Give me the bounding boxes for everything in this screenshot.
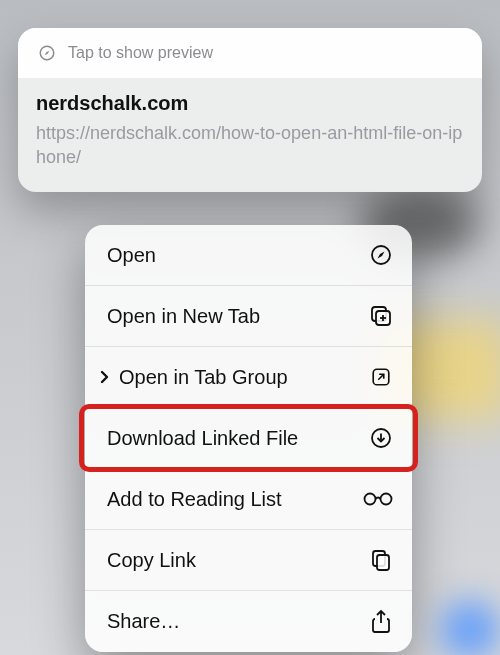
menu-item-label: Download Linked File	[107, 427, 298, 450]
svg-point-13	[381, 494, 392, 505]
compass-icon	[34, 40, 60, 66]
link-preview-card[interactable]: Tap to show preview nerdschalk.com https…	[18, 28, 482, 192]
preview-body: nerdschalk.com https://nerdschalk.com/ho…	[18, 78, 482, 192]
menu-item-label: Share…	[107, 610, 180, 633]
menu-item-download-linked-file[interactable]: Download Linked File	[85, 408, 412, 469]
menu-item-label: Open in Tab Group	[119, 366, 288, 389]
menu-item-open-tab-group[interactable]: Open in Tab Group	[85, 347, 412, 408]
menu-item-label: Copy Link	[107, 549, 196, 572]
menu-item-open-new-tab[interactable]: Open in New Tab	[85, 286, 412, 347]
menu-item-label: Open	[107, 244, 156, 267]
copy-icon	[368, 547, 394, 573]
svg-line-9	[378, 374, 384, 380]
context-menu: Open Open in New Tab Open in Tab	[85, 225, 412, 652]
share-icon	[368, 609, 394, 635]
menu-item-add-reading-list[interactable]: Add to Reading List	[85, 469, 412, 530]
svg-marker-3	[378, 252, 385, 259]
menu-item-open[interactable]: Open	[85, 225, 412, 286]
preview-url: https://nerdschalk.com/how-to-open-an-ht…	[36, 121, 464, 170]
compass-icon	[368, 242, 394, 268]
preview-domain: nerdschalk.com	[36, 92, 464, 115]
chevron-right-icon	[97, 370, 113, 384]
glasses-icon	[362, 486, 394, 512]
preview-hint-row[interactable]: Tap to show preview	[18, 28, 482, 78]
svg-marker-1	[45, 51, 50, 56]
svg-rect-15	[377, 555, 389, 570]
svg-point-12	[365, 494, 376, 505]
plus-square-icon	[368, 303, 394, 329]
menu-item-label: Open in New Tab	[107, 305, 260, 328]
download-icon	[368, 425, 394, 451]
arrow-box-icon	[368, 364, 394, 390]
menu-item-copy-link[interactable]: Copy Link	[85, 530, 412, 591]
preview-hint-text: Tap to show preview	[68, 44, 213, 62]
menu-item-share[interactable]: Share…	[85, 591, 412, 652]
menu-item-label: Add to Reading List	[107, 488, 282, 511]
